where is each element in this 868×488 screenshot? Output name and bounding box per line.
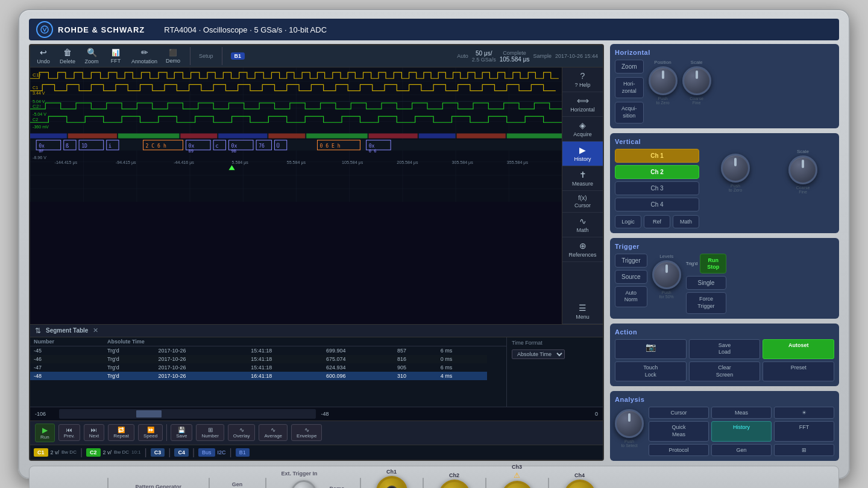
speed-icon: ⏩ bbox=[147, 427, 154, 433]
table-row[interactable]: -47 Trg'd 2017-10-26 15:41:18 624.934 90… bbox=[30, 363, 506, 372]
ch2-label[interactable]: C2 bbox=[86, 448, 101, 457]
vertical-position-knob[interactable] bbox=[721, 154, 750, 183]
next-button[interactable]: ⏭ Next bbox=[84, 424, 104, 441]
brightness-button[interactable]: ☀ bbox=[774, 407, 834, 419]
speed-button[interactable]: ⏩ Speed bbox=[138, 424, 163, 441]
clear-screen-button[interactable]: ClearScreen bbox=[689, 361, 761, 381]
history-analysis-button[interactable]: History bbox=[711, 421, 772, 441]
ch3-label[interactable]: C3 bbox=[151, 448, 165, 457]
gen-analysis-button[interactable]: Gen bbox=[711, 444, 772, 456]
quick-meas-button[interactable]: QuickMeas bbox=[649, 421, 709, 441]
ch4-hw-button[interactable]: Ch 4 bbox=[615, 198, 699, 211]
horizontal-position-knob[interactable] bbox=[649, 66, 678, 95]
autoset-button[interactable]: Autoset bbox=[763, 339, 834, 359]
horizontal-icon: ⟺ bbox=[577, 96, 589, 105]
number-button[interactable]: ⊞ Number bbox=[196, 424, 224, 441]
svg-rect-14 bbox=[68, 133, 117, 138]
repeat-button[interactable]: 🔁 Repeat bbox=[108, 424, 134, 441]
ch2-hw-button[interactable]: Ch 2 bbox=[615, 165, 699, 179]
svg-text:2 C 6 h: 2 C 6 h bbox=[146, 143, 166, 149]
camera-button[interactable]: 📷 bbox=[615, 339, 687, 359]
side-menu-math[interactable]: ∿ Math bbox=[562, 213, 603, 237]
ch1-label[interactable]: C1 bbox=[34, 448, 48, 457]
force-trigger-button[interactable]: ForceTrigger bbox=[686, 292, 726, 313]
protocol-button[interactable]: Protocol bbox=[649, 444, 709, 456]
side-menu-cursor[interactable]: f(x) Cursor bbox=[562, 191, 603, 213]
ch1-bnc-inner bbox=[386, 486, 398, 488]
svg-text:1D: 1D bbox=[81, 143, 87, 149]
trigger-level-knob[interactable] bbox=[652, 260, 681, 289]
fft-button[interactable]: 📊 FFT bbox=[107, 49, 124, 64]
fft-analysis-button[interactable]: FFT bbox=[774, 421, 834, 441]
time-format-select[interactable]: Absolute Time Relative Time bbox=[512, 349, 565, 359]
analysis-knob[interactable] bbox=[615, 409, 644, 438]
annotation-button[interactable]: ✏ Annotation bbox=[131, 48, 157, 64]
demo-button[interactable]: ⬛ Demo bbox=[165, 49, 181, 64]
demo-area: Demo bbox=[330, 486, 345, 488]
ch3-hw-button[interactable]: Ch 3 bbox=[615, 181, 699, 195]
table-row[interactable]: -46 Trg'd 2017-10-26 15:41:18 675.074 81… bbox=[30, 355, 506, 363]
single-button[interactable]: Single bbox=[686, 276, 726, 290]
zoom-button[interactable]: 🔍 Zoom bbox=[83, 48, 100, 64]
ref-hw-button[interactable]: Ref bbox=[644, 215, 670, 228]
svg-text:-5.04 V: -5.04 V bbox=[33, 112, 46, 117]
side-menu-measure[interactable]: ✝ Measure bbox=[562, 166, 603, 191]
average-button[interactable]: ∿ Average bbox=[259, 424, 288, 441]
undo-button[interactable]: ↩ Undo bbox=[35, 48, 52, 64]
timeline-slider[interactable] bbox=[59, 409, 316, 419]
badge-b1: B1 bbox=[231, 52, 245, 60]
meas-button[interactable]: Meas bbox=[711, 407, 772, 419]
touch-lock-button[interactable]: TouchLock bbox=[615, 361, 687, 381]
svg-text:ß: ß bbox=[66, 143, 69, 149]
analysis-knob-area: Pushto Select bbox=[615, 407, 644, 448]
svg-text:C2↑: C2↑ bbox=[33, 104, 41, 109]
table-row[interactable]: -45 Trg'd 2017-10-26 15:41:18 699.904 85… bbox=[30, 346, 506, 355]
coarse-fine-label: CoarseFine bbox=[690, 96, 703, 105]
ch4-label[interactable]: C4 bbox=[174, 448, 189, 457]
measure-icon: ✝ bbox=[579, 170, 587, 180]
waveform-area: C1↑ C1 3.44 V C2↑ 5.04 V bbox=[30, 67, 603, 324]
ch1-hw-button[interactable]: Ch 1 bbox=[615, 149, 699, 163]
bus-label[interactable]: Bus bbox=[198, 448, 215, 457]
grid-button[interactable]: ⊞ bbox=[774, 444, 834, 456]
delete-button[interactable]: 🗑 Delete bbox=[59, 48, 76, 64]
ch1-connector-area: Ch1 1 MΩ≤300V RMS≤400V pk bbox=[376, 469, 407, 488]
preset-button[interactable]: Preset bbox=[763, 361, 834, 381]
logic-hw-button[interactable]: Logic bbox=[615, 215, 641, 228]
side-menu-acquire[interactable]: ◈ Acquire bbox=[562, 117, 603, 142]
zoom-hw-button[interactable]: Zoom bbox=[615, 60, 644, 74]
prev-button[interactable]: ⏮ Prev. bbox=[58, 424, 80, 441]
ch1-bnc-connector bbox=[376, 476, 407, 488]
acquisition-hw-button[interactable]: Acqui-sition bbox=[615, 102, 644, 123]
trigger-hw-button[interactable]: Trigger bbox=[615, 254, 647, 267]
undo-icon: ↩ bbox=[40, 48, 47, 57]
auto-norm-button[interactable]: AutoNorm bbox=[615, 286, 647, 307]
side-menu-references[interactable]: ⊕ References bbox=[562, 237, 603, 262]
side-menu-horizontal[interactable]: ⟺ Horizontal bbox=[562, 92, 603, 117]
save-load-button[interactable]: SaveLoad bbox=[689, 339, 761, 359]
math-hw-button[interactable]: Math bbox=[673, 215, 699, 228]
horizontal-scale-knob[interactable] bbox=[682, 66, 711, 95]
ch4-bnc-connector bbox=[564, 480, 596, 488]
divider-2 bbox=[209, 478, 210, 488]
measure-label: Measure bbox=[572, 181, 593, 187]
segment-close-button[interactable]: ✕ bbox=[93, 327, 98, 334]
trigger-section: Trigger Trigger Source AutoNorm Levels P… bbox=[610, 238, 839, 319]
envelope-button[interactable]: ∿ Envelope bbox=[291, 424, 322, 441]
source-button[interactable]: Source bbox=[615, 270, 647, 284]
divider-4 bbox=[360, 478, 361, 488]
table-row-selected[interactable]: -48 Trg'd 2017-10-26 16:41:18 600.096 31… bbox=[30, 372, 506, 380]
model-spec: RTA4004 · Oscilloscope · 5 GSa/s · 10-bi… bbox=[164, 25, 327, 34]
time-format-panel: Time Format Absolute Time Relative Time bbox=[506, 337, 603, 407]
b1-label[interactable]: B1 bbox=[236, 448, 250, 457]
overlay-button[interactable]: ∿ Overlay bbox=[228, 424, 256, 441]
run-stop-button[interactable]: RunStop bbox=[700, 254, 726, 274]
side-menu-main-menu[interactable]: ☰ Menu bbox=[562, 299, 603, 324]
vertical-scale-knob[interactable] bbox=[788, 155, 817, 184]
save-button[interactable]: 💾 Save bbox=[171, 424, 192, 441]
side-menu-history[interactable]: ▶ History bbox=[562, 142, 603, 166]
horizontal-hw-button[interactable]: Hori-zontal bbox=[615, 77, 644, 98]
cursor-analysis-button[interactable]: Cursor bbox=[649, 407, 709, 419]
run-button[interactable]: ▶ Run bbox=[35, 424, 55, 442]
side-menu-help[interactable]: ? ? Help bbox=[562, 67, 603, 92]
